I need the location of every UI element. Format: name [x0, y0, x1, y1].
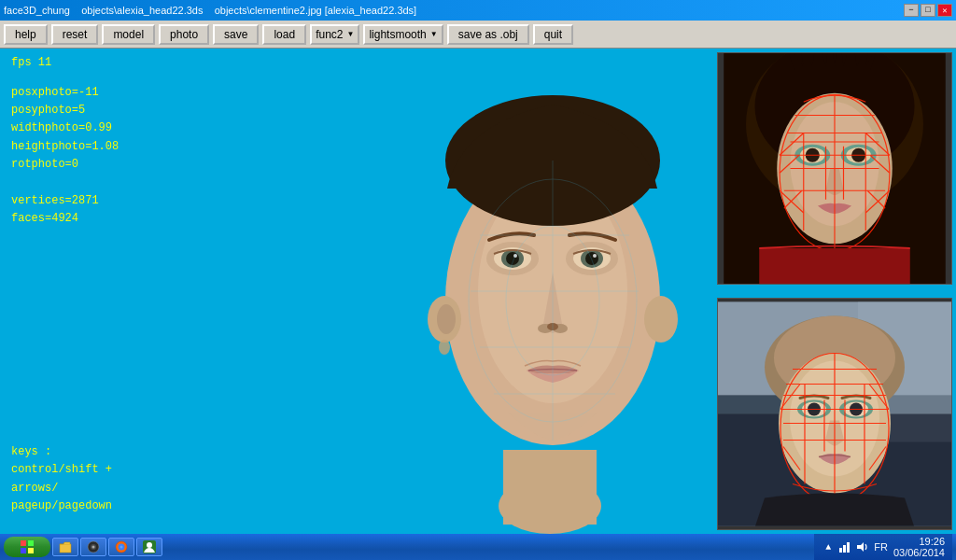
model-button[interactable]: model	[102, 24, 155, 45]
svg-rect-107	[847, 542, 850, 553]
widthphoto: widthphoto=0.99	[11, 119, 375, 137]
clock-time: 19:26	[893, 536, 945, 547]
mesh-stats: vertices=2871 faces=4924	[11, 192, 375, 228]
taskbar: ▲ FR 19:26 03/06/2014	[0, 534, 956, 560]
title-buttons: − □ ✕	[904, 4, 952, 17]
svg-point-102	[120, 546, 123, 549]
svg-point-104	[147, 542, 152, 548]
svg-point-99	[92, 546, 95, 549]
keys-info: keys : control/shift + arrows/ pageup/pa…	[11, 443, 112, 515]
clock-date: 03/06/2014	[893, 547, 945, 558]
taskbar-user[interactable]	[136, 538, 162, 556]
title-bar: face3D_chung objects\alexia_head22.3ds o…	[0, 0, 956, 21]
reset-button[interactable]: reset	[51, 24, 99, 45]
file-manager-icon	[59, 540, 72, 553]
light-dropdown-arrow: ▼	[430, 30, 438, 38]
toolbar: help reset model photo save load func2 ▼…	[0, 21, 956, 49]
svg-rect-96	[60, 544, 71, 553]
taskbar-browser[interactable]	[108, 538, 134, 556]
title-text: face3D_chung objects\alexia_head22.3ds o…	[4, 5, 416, 16]
load-button[interactable]: load	[262, 24, 306, 45]
light-dropdown[interactable]: lightsmooth ▼	[363, 24, 443, 45]
system-clock: 19:26 03/06/2014	[893, 536, 945, 558]
save-obj-button[interactable]: save as .obj	[447, 24, 529, 45]
head-canvas[interactable]	[387, 49, 713, 534]
svg-rect-95	[28, 548, 34, 553]
taskbar-file-manager[interactable]	[52, 538, 78, 556]
svg-point-17	[585, 252, 598, 265]
posyphoto: posyphoto=5	[11, 102, 375, 119]
taskbar-media[interactable]	[80, 538, 106, 556]
right-panel	[713, 49, 956, 534]
start-button[interactable]	[4, 537, 50, 557]
browser-icon	[115, 540, 128, 553]
func-dropdown[interactable]: func2 ▼	[310, 24, 359, 45]
user-icon	[143, 540, 156, 553]
faces-count: faces=4924	[11, 210, 375, 228]
photo-button[interactable]: photo	[159, 24, 209, 45]
vertices-count: vertices=2871	[11, 192, 375, 210]
language-indicator: FR	[874, 541, 888, 553]
volume-icon[interactable]	[855, 540, 868, 553]
maximize-button[interactable]: □	[921, 4, 935, 17]
network-icon[interactable]	[838, 540, 851, 553]
svg-rect-106	[843, 545, 846, 553]
windows-logo-icon	[20, 539, 35, 554]
svg-rect-92	[21, 540, 26, 546]
posxphoto: posxphoto=-11	[11, 84, 375, 102]
panel-divider	[717, 288, 952, 294]
func-dropdown-arrow: ▼	[347, 30, 355, 38]
svg-rect-1	[503, 450, 597, 525]
system-tray: ▲	[822, 540, 868, 553]
svg-point-7	[439, 340, 450, 355]
close-button[interactable]: ✕	[937, 4, 952, 17]
help-button[interactable]: help	[4, 24, 48, 45]
svg-point-8	[644, 296, 678, 343]
svg-point-6	[437, 304, 456, 334]
photo-bottom[interactable]	[717, 298, 952, 530]
quit-button[interactable]: quit	[533, 24, 573, 45]
taskbar-right: ▲ FR 19:26 03/06/2014	[814, 534, 952, 560]
main-area: fps 11 posxphoto=-11 posyphoto=5 widthph…	[0, 49, 956, 534]
svg-rect-60	[759, 248, 910, 284]
stats-block: posxphoto=-11 posyphoto=5 widthphoto=0.9…	[11, 84, 375, 174]
heightphoto: heightphoto=1.08	[11, 138, 375, 156]
svg-rect-94	[21, 548, 26, 553]
svg-rect-93	[28, 540, 34, 546]
photo-top[interactable]	[717, 52, 952, 285]
tray-expand-icon[interactable]: ▲	[822, 540, 835, 553]
rotphoto: rotphoto=0	[11, 156, 375, 174]
media-icon	[87, 540, 100, 553]
fps-display: fps 11	[11, 56, 375, 69]
save-button[interactable]: save	[213, 24, 259, 45]
left-panel: fps 11 posxphoto=-11 posyphoto=5 widthph…	[0, 49, 387, 534]
svg-rect-105	[839, 548, 842, 553]
svg-point-18	[593, 254, 597, 258]
minimize-button[interactable]: −	[904, 4, 919, 17]
svg-point-12	[506, 252, 519, 265]
